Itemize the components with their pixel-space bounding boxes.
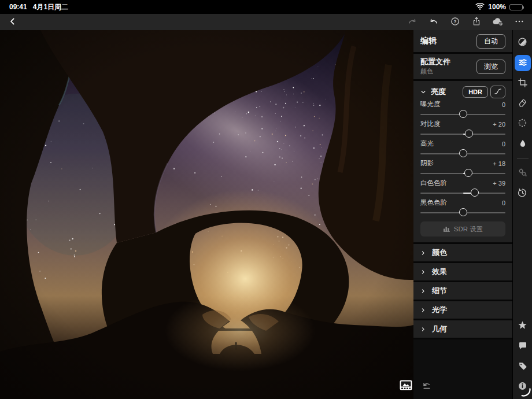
star-rating-button[interactable] <box>515 318 531 334</box>
auto-button[interactable]: 自动 <box>476 34 505 49</box>
chevron-right-icon <box>420 324 426 334</box>
slider-track[interactable] <box>420 149 505 158</box>
edit-tool-button[interactable] <box>515 55 531 71</box>
chevron-right-icon <box>420 305 426 315</box>
collapsed-section[interactable]: 细节 <box>413 282 512 300</box>
panel-title: 编辑 <box>420 36 437 46</box>
crop-tool-button[interactable] <box>515 75 531 91</box>
profile-value: 颜色 <box>420 67 450 76</box>
slider-knob[interactable] <box>459 208 467 216</box>
slider-knob[interactable] <box>459 110 467 118</box>
reset-icon <box>421 384 433 393</box>
redo-button[interactable] <box>405 15 419 29</box>
slider-label: 黑色色阶 <box>420 198 447 207</box>
slider: 曝光度 0 <box>420 99 505 119</box>
slider-label: 曝光度 <box>420 100 441 109</box>
slider-knob[interactable] <box>464 169 472 177</box>
filmstrip-icon <box>400 383 412 392</box>
tag-icon <box>518 361 528 373</box>
cloud-sync-button[interactable] <box>491 15 505 29</box>
undo-button[interactable] <box>427 15 441 29</box>
water-drop-icon <box>518 138 527 150</box>
enhance-button[interactable] <box>515 165 531 182</box>
slider-value: + 20 <box>493 121 505 128</box>
heal-eraser-icon <box>518 98 528 110</box>
chevron-right-icon <box>420 286 426 296</box>
hdr-button[interactable]: HDR <box>463 86 488 98</box>
help-icon: ? <box>450 16 460 28</box>
star-icon <box>517 320 528 332</box>
light-section-header[interactable]: 亮度 <box>420 87 446 97</box>
slider-label: 高光 <box>420 139 434 148</box>
chevron-right-icon <box>420 267 426 277</box>
rail-divider <box>517 158 529 159</box>
collapsed-sections: 颜色 效果 细节 光学 几何 <box>413 244 512 339</box>
slider-value: 0 <box>502 141 505 147</box>
slider-track[interactable] <box>420 208 505 217</box>
sdr-settings-label: SDR 设置 <box>454 225 483 234</box>
section-label: 颜色 <box>432 247 447 258</box>
redo-icon <box>407 16 418 28</box>
edit-header: 编辑 自动 <box>413 30 512 52</box>
slider-label: 阴影 <box>420 159 434 168</box>
tool-rail <box>512 30 532 399</box>
battery-icon <box>509 4 523 10</box>
collapsed-section[interactable]: 光学 <box>413 301 512 319</box>
share-icon <box>471 16 482 28</box>
info-button[interactable] <box>515 379 531 395</box>
sdr-settings-button[interactable]: SDR 设置 <box>420 221 505 237</box>
slider-track[interactable] <box>420 188 505 198</box>
slider-value: 0 <box>502 200 505 206</box>
undo-icon <box>428 16 439 28</box>
section-label: 细节 <box>432 286 447 296</box>
presets-icon <box>517 36 528 49</box>
back-button[interactable] <box>6 15 20 29</box>
tone-curve-button[interactable] <box>490 86 505 98</box>
keyword-tag-button[interactable] <box>515 359 531 375</box>
browse-button[interactable]: 浏览 <box>476 60 505 74</box>
slider-knob[interactable] <box>465 130 473 138</box>
svg-text:?: ? <box>454 19 457 24</box>
collapsed-section[interactable]: 几何 <box>413 320 512 338</box>
more-icon <box>514 16 524 28</box>
profile-section: 配置文件 颜色 浏览 <box>413 54 512 79</box>
masking-icon <box>517 117 528 130</box>
speech-bubble-icon <box>518 341 528 353</box>
status-bar: 09:41 4月1日周二 100% <box>0 0 532 14</box>
section-label: 效果 <box>432 267 447 277</box>
light-section: 亮度 HDR 曝光度 0 <box>413 81 512 242</box>
comment-button[interactable] <box>515 338 531 354</box>
sliders-icon <box>518 57 528 69</box>
more-button[interactable] <box>512 15 526 29</box>
top-toolbar: ? <box>0 14 532 30</box>
slider: 黑色色阶 0 <box>420 198 505 217</box>
filmstrip-toggle-button[interactable] <box>400 380 412 392</box>
collapsed-section[interactable]: 效果 <box>413 263 512 280</box>
reset-edits-button[interactable] <box>421 380 433 393</box>
heal-tool-button[interactable] <box>515 95 531 112</box>
slider: 阴影 + 18 <box>420 158 505 178</box>
enhance-gears-icon <box>517 167 528 180</box>
slider-value: 0 <box>502 101 505 108</box>
versions-button[interactable] <box>515 186 531 202</box>
slider-track[interactable] <box>420 109 505 119</box>
battery-percent: 100% <box>488 3 506 11</box>
photo-canvas[interactable] <box>0 30 413 399</box>
crop-icon <box>518 77 528 90</box>
presets-button[interactable] <box>515 35 531 51</box>
slider-track[interactable] <box>420 129 505 139</box>
slider-label: 白色色阶 <box>420 179 447 187</box>
slider-knob[interactable] <box>471 189 479 197</box>
slider: 高光 0 <box>420 139 505 158</box>
slider-track[interactable] <box>420 168 505 178</box>
help-button[interactable]: ? <box>448 15 462 29</box>
share-button[interactable] <box>470 15 483 29</box>
slider-knob[interactable] <box>459 149 467 157</box>
profile-label: 配置文件 <box>420 57 450 66</box>
wifi-icon <box>475 3 485 12</box>
chevron-left-icon <box>8 17 17 28</box>
chevron-right-icon <box>420 247 426 258</box>
lens-blur-button[interactable] <box>515 136 531 152</box>
collapsed-section[interactable]: 颜色 <box>413 244 512 261</box>
masking-tool-button[interactable] <box>515 116 531 132</box>
